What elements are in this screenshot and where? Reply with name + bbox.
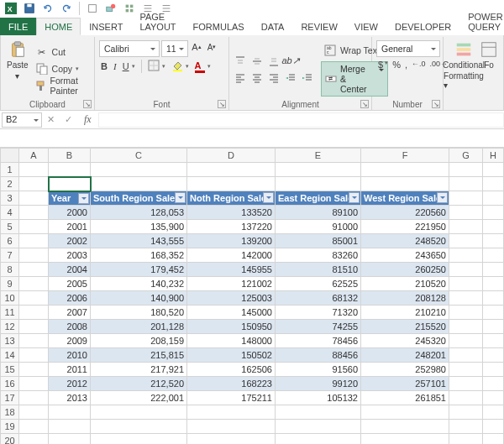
cell[interactable] <box>19 191 49 206</box>
col-header[interactable]: E <box>276 149 361 163</box>
cell[interactable] <box>19 363 49 377</box>
cell[interactable] <box>449 405 483 420</box>
decrease-indent-icon[interactable] <box>284 71 297 85</box>
col-header[interactable]: F <box>361 149 449 163</box>
cell[interactable]: 208,159 <box>91 334 187 348</box>
cell[interactable] <box>187 405 276 420</box>
tab-formulas[interactable]: FORMULAS <box>185 18 253 35</box>
cell[interactable]: 257101 <box>361 377 449 391</box>
cell[interactable] <box>91 177 187 191</box>
align-bottom-icon[interactable] <box>267 55 281 68</box>
cell[interactable] <box>483 434 504 445</box>
cell[interactable] <box>187 177 276 191</box>
cell[interactable] <box>91 163 187 177</box>
cell[interactable] <box>49 177 91 191</box>
cell[interactable]: 179,452 <box>91 263 187 277</box>
cell[interactable] <box>449 234 483 248</box>
cell[interactable]: 68132 <box>276 291 361 306</box>
styles-overflow[interactable]: Fo <box>482 39 496 107</box>
dialog-launcher[interactable] <box>432 100 440 108</box>
cell[interactable]: 2009 <box>49 334 91 348</box>
cell[interactable] <box>19 334 49 348</box>
cell[interactable]: 217,921 <box>91 363 187 377</box>
align-center-icon[interactable] <box>250 71 264 85</box>
row-header[interactable]: 8 <box>1 263 19 277</box>
cell[interactable] <box>19 263 49 277</box>
cell[interactable]: 210520 <box>361 277 449 291</box>
cell[interactable] <box>483 377 504 391</box>
cell[interactable]: 2001 <box>49 220 91 234</box>
tab-data[interactable]: DATA <box>253 18 293 35</box>
cell[interactable] <box>19 234 49 248</box>
cell[interactable] <box>483 263 504 277</box>
cell[interactable] <box>276 163 361 177</box>
cell[interactable]: 2011 <box>49 363 91 377</box>
cut-button[interactable]: ✂Cut <box>33 44 90 60</box>
tab-power-query[interactable]: POWER QUERY <box>459 8 504 35</box>
row-header[interactable]: 14 <box>1 348 19 363</box>
row-header[interactable]: 17 <box>1 391 19 405</box>
row-header[interactable]: 9 <box>1 277 19 291</box>
cell[interactable] <box>483 363 504 377</box>
cell[interactable]: 2005 <box>49 277 91 291</box>
cell[interactable] <box>361 434 449 445</box>
increase-indent-icon[interactable] <box>301 71 314 85</box>
col-header[interactable]: D <box>187 149 276 163</box>
select-all-corner[interactable] <box>1 149 19 163</box>
cell[interactable] <box>19 206 49 220</box>
filter-button[interactable] <box>437 192 448 203</box>
row-header[interactable]: 5 <box>1 220 19 234</box>
paste-button[interactable]: Paste ▾ <box>5 39 30 98</box>
cell[interactable] <box>483 206 504 220</box>
cell[interactable] <box>49 434 91 445</box>
cell[interactable]: East Region Sales <box>276 191 361 206</box>
cell[interactable] <box>19 420 49 434</box>
cell[interactable]: 140,232 <box>91 277 187 291</box>
cell[interactable] <box>276 434 361 445</box>
cell[interactable]: 168223 <box>187 377 276 391</box>
cell[interactable]: 222,001 <box>91 391 187 405</box>
cell[interactable] <box>449 320 483 334</box>
worksheet-grid[interactable]: A B C D E F G H I 123YearSouth Region Sa… <box>0 148 504 444</box>
cell[interactable]: 140,900 <box>91 291 187 306</box>
cell[interactable] <box>361 405 449 420</box>
bold-button[interactable]: B <box>101 61 108 71</box>
cell[interactable] <box>483 306 504 320</box>
cell[interactable]: 143,555 <box>91 234 187 248</box>
cell[interactable] <box>276 420 361 434</box>
tab-page-layout[interactable]: PAGE LAYOUT <box>131 8 184 35</box>
row-header[interactable]: 20 <box>1 434 19 445</box>
cell[interactable] <box>187 420 276 434</box>
cell[interactable]: 148000 <box>187 334 276 348</box>
tab-file[interactable]: FILE <box>0 18 36 35</box>
cell[interactable] <box>449 306 483 320</box>
cell[interactable]: Noth Region Sales <box>187 191 276 206</box>
filter-button[interactable] <box>263 192 274 203</box>
cell[interactable]: 162506 <box>187 363 276 377</box>
cell[interactable]: 2007 <box>49 306 91 320</box>
cell[interactable]: 71320 <box>276 306 361 320</box>
row-header[interactable]: 6 <box>1 234 19 248</box>
redo-icon[interactable] <box>60 3 72 14</box>
cell[interactable]: 105132 <box>276 391 361 405</box>
cell[interactable] <box>449 277 483 291</box>
cell[interactable]: 168,352 <box>91 248 187 263</box>
col-header[interactable]: C <box>91 149 187 163</box>
cell[interactable] <box>449 420 483 434</box>
cell[interactable] <box>483 191 504 206</box>
cell[interactable] <box>19 434 49 445</box>
align-top-icon[interactable] <box>234 55 247 68</box>
percent-format-button[interactable]: % <box>392 60 401 70</box>
cell[interactable] <box>483 420 504 434</box>
cell[interactable]: 85001 <box>276 234 361 248</box>
cell[interactable]: 139200 <box>187 234 276 248</box>
cell[interactable]: 133520 <box>187 206 276 220</box>
cell[interactable]: 81510 <box>276 263 361 277</box>
cell[interactable] <box>449 434 483 445</box>
cell[interactable] <box>449 206 483 220</box>
tab-developer[interactable]: DEVELOPER <box>386 18 459 35</box>
cell[interactable]: 91560 <box>276 363 361 377</box>
row-header[interactable]: 2 <box>1 177 19 191</box>
row-header[interactable]: 12 <box>1 320 19 334</box>
cell[interactable]: West Region Sales <box>361 191 449 206</box>
